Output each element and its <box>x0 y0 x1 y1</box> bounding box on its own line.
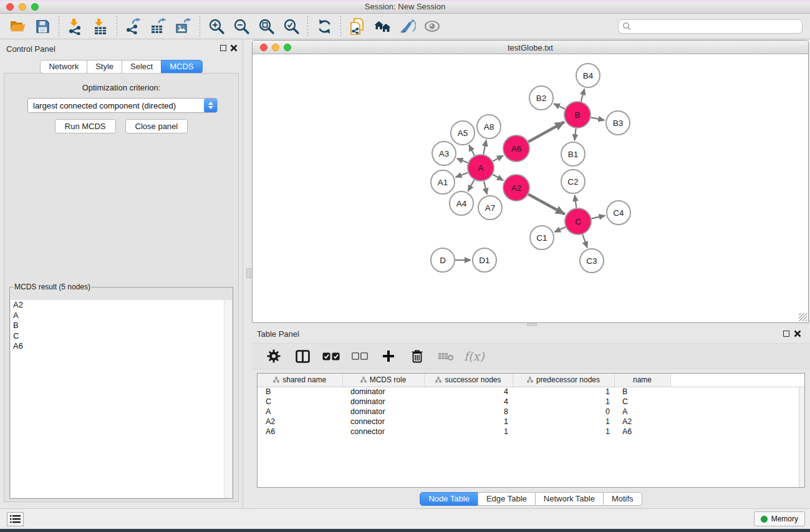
hide-annotations-button[interactable] <box>395 16 420 37</box>
network-canvas[interactable]: B4B2BB3A5A8A6A3B1AC2A1A2A4A7C4CC1C3DD1 <box>253 54 808 322</box>
table-cell[interactable]: A2 <box>614 417 670 427</box>
table-cell[interactable]: A <box>258 407 342 417</box>
table-row[interactable]: A2connector11A2 <box>258 417 804 427</box>
result-list-item[interactable]: B <box>11 321 232 331</box>
network-snapshot-button[interactable] <box>345 16 370 37</box>
table-cell[interactable]: 8 <box>424 407 513 417</box>
network-graph[interactable]: B4B2BB3A5A8A6A3B1AC2A1A2A4A7C4CC1C3DD1 <box>253 54 808 322</box>
export-image-button[interactable] <box>171 16 196 37</box>
graph-edge-A2-C[interactable] <box>528 195 565 215</box>
table-cell[interactable]: 1 <box>424 427 513 437</box>
zoom-selected-button[interactable] <box>279 16 304 37</box>
table-row[interactable]: Adominator80A <box>258 407 804 417</box>
delete-table-button[interactable] <box>435 346 456 366</box>
table-close-panel-icon[interactable] <box>794 329 801 338</box>
tab-network-table[interactable]: Network Table <box>535 492 604 506</box>
close-panel-icon[interactable] <box>230 44 238 52</box>
table-cell[interactable]: C <box>614 397 670 407</box>
save-session-button[interactable] <box>30 16 55 37</box>
table-cell[interactable]: B <box>614 387 670 397</box>
result-list-item[interactable]: A6 <box>11 341 232 352</box>
table-cell[interactable]: B <box>258 387 342 397</box>
table-cell[interactable]: 1 <box>513 397 614 407</box>
graph-edge-A-A3[interactable] <box>456 158 468 163</box>
table-cell[interactable]: A2 <box>258 417 342 427</box>
result-list-item[interactable]: A2 <box>11 300 232 311</box>
deselect-all-button[interactable] <box>349 346 370 366</box>
result-list-item[interactable]: A <box>11 311 232 321</box>
tab-node-table[interactable]: Node Table <box>420 492 478 506</box>
graph-edge-A-A5[interactable] <box>469 145 475 156</box>
graph-edge-A-A4[interactable] <box>468 180 475 191</box>
table-cell[interactable]: 4 <box>424 397 513 407</box>
table-float-panel-icon[interactable] <box>783 331 789 337</box>
open-file-button[interactable] <box>5 16 30 37</box>
graph-edge-C-C2[interactable] <box>575 195 577 208</box>
table-cell[interactable]: dominator <box>342 397 424 407</box>
table-cell[interactable]: 4 <box>424 387 513 397</box>
graph-edge-B-B1[interactable] <box>574 128 576 140</box>
table-cell[interactable]: 1 <box>424 417 513 427</box>
zoom-in-button[interactable] <box>204 16 229 37</box>
close-panel-button[interactable]: Close panel <box>125 119 188 133</box>
search-field[interactable] <box>618 19 803 34</box>
export-table-button[interactable] <box>146 16 171 37</box>
import-network-button[interactable] <box>63 16 88 37</box>
zoom-out-button[interactable] <box>229 16 254 37</box>
table-row[interactable]: Cdominator41C <box>258 397 804 407</box>
float-panel-icon[interactable] <box>220 45 226 51</box>
tab-edge-table[interactable]: Edge Table <box>478 492 536 506</box>
window-resize-grip[interactable] <box>799 313 807 321</box>
tab-network[interactable]: Network <box>40 60 87 74</box>
graph-edge-A-A7[interactable] <box>484 181 487 194</box>
delete-column-button[interactable] <box>407 346 428 366</box>
table-cell[interactable]: connector <box>342 427 424 437</box>
graph-edge-A-A8[interactable] <box>483 140 486 155</box>
table-cell[interactable]: 1 <box>513 417 614 427</box>
table-cell[interactable]: connector <box>342 417 424 427</box>
graph-edge-A-A1[interactable] <box>456 173 468 177</box>
mcds-result-list[interactable]: A2ABCA6 <box>11 300 232 498</box>
table-cell[interactable]: dominator <box>342 387 424 397</box>
criterion-dropdown[interactable]: largest connected component (directed) <box>27 98 218 113</box>
table-cell[interactable]: dominator <box>342 407 424 417</box>
search-input[interactable] <box>631 22 798 31</box>
table-scrollbar[interactable] <box>799 387 804 487</box>
tab-style[interactable]: Style <box>87 60 122 74</box>
zoom-fit-button[interactable] <box>254 16 279 37</box>
table-row[interactable]: A6connector11A6 <box>258 427 804 437</box>
column-header-predecessor-nodes[interactable]: predecessor nodes <box>513 374 614 387</box>
table-cell[interactable]: 0 <box>513 407 614 417</box>
tab-select[interactable]: Select <box>122 60 162 74</box>
graph-edge-C-C3[interactable] <box>582 235 587 248</box>
graph-edge-B-B2[interactable] <box>554 104 565 109</box>
column-header-successor-nodes[interactable]: successor nodes <box>424 374 513 387</box>
vertical-splitter-handle[interactable] <box>246 268 251 278</box>
graph-edge-A-A2[interactable] <box>493 175 503 180</box>
graph-edge-B-B4[interactable] <box>581 89 585 102</box>
run-mcds-button[interactable]: Run MCDS <box>55 119 116 133</box>
result-list-item[interactable]: C <box>11 331 232 342</box>
graph-edge-A-A6[interactable] <box>493 155 503 161</box>
column-header-name[interactable]: name <box>614 374 670 387</box>
table-cell[interactable]: 1 <box>513 427 614 437</box>
import-table-button[interactable] <box>88 16 113 37</box>
table-cell[interactable]: A <box>614 407 670 417</box>
graph-edge-A6-B[interactable] <box>528 122 564 142</box>
tab-mcds[interactable]: MCDS <box>161 60 202 74</box>
function-builder-button[interactable]: f(x) <box>464 346 485 366</box>
graph-edge-C-C4[interactable] <box>592 216 605 219</box>
tab-motifs[interactable]: Motifs <box>603 492 642 506</box>
table-cell[interactable]: A6 <box>258 427 342 437</box>
table-cell[interactable]: A6 <box>614 427 670 437</box>
network-window-titlebar[interactable]: testGlobe.txt <box>253 41 808 54</box>
result-scrollbar[interactable] <box>224 300 232 498</box>
table-cell[interactable]: C <box>258 397 342 407</box>
select-all-button[interactable] <box>321 346 342 366</box>
show-graphics-details-button[interactable] <box>420 16 445 37</box>
graph-edge-C-C1[interactable] <box>554 227 566 232</box>
add-column-button[interactable] <box>378 346 399 366</box>
table-settings-button[interactable] <box>263 346 284 366</box>
memory-button[interactable]: Memory <box>754 511 805 526</box>
table-cell[interactable]: 1 <box>513 387 614 397</box>
